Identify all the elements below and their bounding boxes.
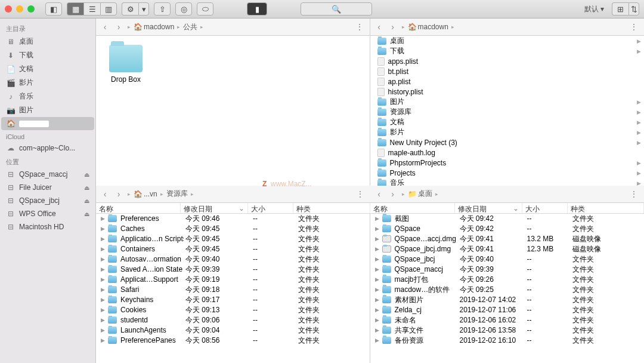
table-row[interactable]: ▶LaunchAgents 今天 09:04 -- 文件夹 [96, 325, 370, 336]
table-row[interactable]: ▶Applicat…Support 今天 09:19 -- 文件夹 [96, 275, 370, 285]
col-kind[interactable]: 种类 [293, 203, 370, 213]
pane-tr[interactable]: 桌面▶下载▶apps.plistbt.plistap.plisthistory.… [370, 36, 645, 186]
col-name[interactable]: 名称 [370, 203, 455, 213]
sidebar-item[interactable]: ☁com~apple~Clo... [0, 141, 95, 155]
sidebar-item-home[interactable]: 🏠 [1, 117, 94, 130]
sidebar-item[interactable]: ⬇下载 [0, 48, 95, 62]
forward-button[interactable]: › [387, 189, 399, 199]
breadcrumb[interactable]: 🏠 macdown [134, 23, 174, 31]
eject-icon[interactable]: ⏏ [84, 198, 89, 204]
col-size[interactable]: 大小 [522, 203, 568, 213]
pane-tl[interactable]: Drop Box [96, 36, 370, 186]
disclosure-icon[interactable]: ▶ [375, 327, 382, 333]
list-item[interactable]: PhpstormProjects▶ [370, 158, 645, 168]
list-item[interactable]: 桌面▶ [370, 36, 645, 46]
disclosure-icon[interactable]: ▶ [101, 266, 108, 272]
home-rename-field[interactable] [19, 121, 49, 127]
forward-button[interactable]: › [113, 189, 125, 199]
disclosure-icon[interactable]: ▶ [375, 246, 382, 252]
list-item[interactable]: 图片▶ [370, 97, 645, 107]
share-button[interactable]: ⇧ [154, 2, 171, 16]
disclosure-icon[interactable]: ▶ [375, 256, 382, 262]
disclosure-icon[interactable]: ▶ [101, 287, 108, 293]
sidebar-item[interactable]: ⊟WPS Office⏏ [0, 207, 95, 220]
table-row[interactable]: ▶QSpace…accj.dmg 今天 09:41 13.2 MB 磁盘映像 [370, 234, 645, 244]
sidebar-item[interactable]: 🎬影片 [0, 76, 95, 90]
gear-dropdown[interactable]: ▾ [138, 2, 149, 16]
layout-menu[interactable]: ⇅ [628, 2, 639, 16]
breadcrumb[interactable]: 🏠 ...vn [134, 190, 157, 198]
disclosure-icon[interactable]: ▶ [375, 307, 382, 313]
minimize-window[interactable] [16, 5, 23, 13]
disclosure-icon[interactable]: ▶ [101, 297, 108, 303]
list-item[interactable]: history.plist [370, 87, 645, 97]
breadcrumb[interactable]: 公共 [183, 22, 197, 32]
list-item[interactable]: 影片▶ [370, 127, 645, 137]
table-row[interactable]: ▶QSpace 今天 09:42 -- 文件夹 [370, 224, 645, 234]
table-row[interactable]: ▶QSpace_maccj 今天 09:39 -- 文件夹 [370, 264, 645, 275]
list-item[interactable]: ap.plist [370, 76, 645, 87]
layout-grid[interactable]: ⊞ [612, 2, 628, 16]
disclosure-icon[interactable]: ▶ [375, 297, 382, 303]
eject-icon[interactable]: ⏏ [84, 171, 89, 178]
breadcrumb[interactable]: 📁 桌面 [408, 189, 432, 199]
table-row[interactable]: ▶macjb打包 今天 09:26 -- 文件夹 [370, 275, 645, 285]
pane-menu[interactable]: ⋮ [352, 22, 367, 32]
disclosure-icon[interactable]: ▶ [101, 327, 108, 333]
table-row[interactable]: ▶共享文件 2019-12-06 13:58 -- 文件夹 [370, 325, 645, 336]
sidebar-item[interactable]: 🖥桌面 [0, 35, 95, 48]
col-date[interactable]: 修改日期 ⌄ [455, 203, 522, 213]
forward-button[interactable]: › [113, 22, 125, 32]
forward-button[interactable]: › [387, 22, 399, 32]
list-item[interactable]: Projects▶ [370, 168, 645, 178]
col-kind[interactable]: 种类 [568, 203, 645, 213]
back-button[interactable]: ‹ [99, 189, 111, 199]
gear-menu[interactable]: ⚙ [122, 2, 138, 16]
airdrop-button[interactable]: ◎ [175, 2, 192, 16]
disclosure-icon[interactable]: ▶ [101, 337, 108, 343]
list-item[interactable]: apps.plist [370, 56, 645, 66]
disclosure-icon[interactable]: ▶ [375, 216, 382, 222]
maximize-window[interactable] [27, 5, 35, 13]
table-row[interactable]: ▶Keychains 今天 09:17 -- 文件夹 [96, 295, 370, 305]
eject-icon[interactable]: ⏏ [84, 211, 89, 217]
disclosure-icon[interactable]: ▶ [101, 256, 108, 262]
sidebar-item[interactable]: ⊟Macintosh HD [0, 220, 95, 233]
sidebar-item[interactable]: 📄文稿 [0, 62, 95, 76]
terminal-button[interactable]: ▮ [247, 2, 267, 16]
table-row[interactable]: ▶Preferences 今天 09:46 -- 文件夹 [96, 214, 370, 224]
sidebar-item[interactable]: ⊟QSpace_jbcj⏏ [0, 194, 95, 207]
sidebar-item[interactable]: 📷图片 [0, 103, 95, 117]
disclosure-icon[interactable]: ▶ [101, 226, 108, 232]
back-button[interactable]: ‹ [373, 189, 385, 199]
disclosure-icon[interactable]: ▶ [101, 307, 108, 313]
table-row[interactable]: ▶Zelda_cj 2019-12-07 11:06 -- 文件夹 [370, 305, 645, 315]
sidebar-item[interactable]: ⊟File Juicer⏏ [0, 181, 95, 194]
disclosure-icon[interactable]: ▶ [101, 236, 108, 242]
table-row[interactable]: ▶Caches 今天 09:45 -- 文件夹 [96, 224, 370, 234]
breadcrumb[interactable]: 资源库 [166, 189, 188, 199]
disclosure-icon[interactable]: ▶ [375, 266, 382, 272]
table-row[interactable]: ▶studentd 今天 09:06 -- 文件夹 [96, 315, 370, 325]
table-row[interactable]: ▶未命名 2019-12-06 16:02 -- 文件夹 [370, 315, 645, 325]
back-button[interactable]: ‹ [99, 22, 111, 32]
disclosure-icon[interactable]: ▶ [375, 317, 382, 323]
icon-view[interactable]: ▦ [67, 2, 83, 16]
sidebar-item[interactable]: ⊟QSpace_maccj⏏ [0, 168, 95, 181]
table-row[interactable]: ▶QSpace_jbcj.dmg 今天 09:41 12.3 MB 磁盘映像 [370, 244, 645, 254]
table-row[interactable]: ▶截图 今天 09:42 -- 文件夹 [370, 214, 645, 224]
folder-item[interactable]: Drop Box [102, 45, 150, 84]
disclosure-icon[interactable]: ▶ [375, 226, 382, 232]
table-row[interactable]: ▶素材图片 2019-12-07 14:02 -- 文件夹 [370, 295, 645, 305]
table-row[interactable]: ▶Autosav…ormation 今天 09:40 -- 文件夹 [96, 254, 370, 264]
breadcrumb[interactable]: 🏠 macdown [408, 23, 448, 31]
sidebar-item[interactable]: ♪音乐 [0, 90, 95, 103]
pane-br[interactable]: ▶截图 今天 09:42 -- 文件夹 ▶QSpace 今天 09:42 -- … [370, 214, 645, 364]
pane-bl[interactable]: ▶Preferences 今天 09:46 -- 文件夹 ▶Caches 今天 … [96, 214, 370, 364]
list-item[interactable]: 音乐▶ [370, 178, 645, 186]
list-view[interactable]: ☰ [83, 2, 100, 16]
list-item[interactable]: New Unity Project (3)▶ [370, 137, 645, 147]
eject-icon[interactable]: ⏏ [84, 184, 89, 191]
pane-menu[interactable]: ⋮ [627, 22, 641, 32]
disclosure-icon[interactable]: ▶ [101, 246, 108, 252]
